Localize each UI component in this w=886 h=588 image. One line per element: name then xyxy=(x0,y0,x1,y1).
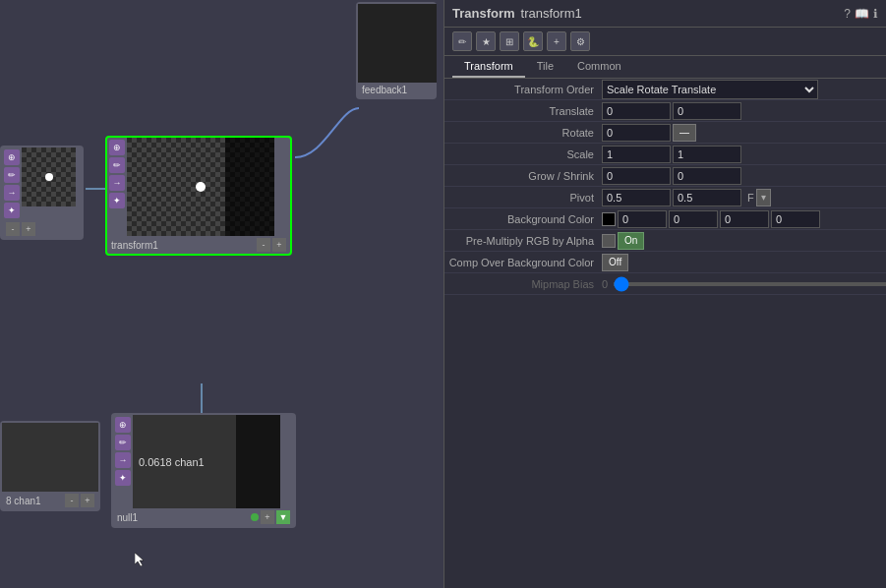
null1-green-dot xyxy=(251,513,259,521)
tab-common[interactable]: Common xyxy=(565,56,633,78)
panel-title: Transform xyxy=(452,6,515,21)
t1-side-icon-4[interactable]: ✦ xyxy=(109,193,125,208)
scale-y[interactable] xyxy=(673,146,741,163)
tab-transform[interactable]: Transform xyxy=(452,56,525,78)
chan1-node[interactable]: 8 chan1 - + xyxy=(0,421,100,511)
n1-side-icon-2[interactable]: ✏ xyxy=(115,435,131,450)
scale-row: Scale xyxy=(444,144,886,165)
transform1-node[interactable]: ⊕ ✏ → ✦ transform1 - + xyxy=(105,136,292,256)
left-side-icon-2[interactable]: ✏ xyxy=(4,167,20,183)
bg-g[interactable] xyxy=(669,210,718,228)
left-node-inner: ⊕ ✏ → ✦ xyxy=(2,147,82,220)
bg-color-swatch[interactable] xyxy=(602,212,616,226)
feedback1-node[interactable]: feedback1 xyxy=(356,2,437,99)
scale-x[interactable] xyxy=(602,146,671,163)
comp-over-row: Comp Over Background Color Off xyxy=(444,252,886,273)
background-color-label: Background Color xyxy=(444,213,602,225)
chan1-controls: - + xyxy=(65,494,94,507)
panel-node-name: transform1 xyxy=(521,6,582,21)
null1-inner: ⊕ ✏ → ✦ 0.0618 chan1 xyxy=(113,415,294,508)
left-node[interactable]: ⊕ ✏ → ✦ - + xyxy=(0,146,84,240)
n1-btn1[interactable]: + xyxy=(261,510,274,524)
t1-btn1[interactable]: - xyxy=(257,238,270,252)
panel-header: Transform transform1 ? 📖 ℹ xyxy=(444,0,886,28)
feedback1-preview xyxy=(358,4,437,83)
info-icon[interactable]: ℹ xyxy=(873,7,878,21)
toolbar-pencil[interactable]: ✏ xyxy=(452,31,472,51)
transform1-side-icons: ⊕ ✏ → ✦ xyxy=(107,138,127,236)
toolbar-python[interactable]: 🐍 xyxy=(523,31,543,51)
left-node-controls: - + xyxy=(6,222,35,236)
node-editor: ⊕ ✏ → ✦ - + ⊕ ✏ xyxy=(0,0,443,588)
n1-side-icon-3[interactable]: → xyxy=(115,452,131,468)
left-node-btn2[interactable]: + xyxy=(22,222,35,236)
toolbar-star[interactable]: ★ xyxy=(476,31,496,51)
pivot-f-btn[interactable]: ▾ xyxy=(756,189,771,206)
t1-side-icon-3[interactable]: → xyxy=(109,175,125,191)
transform1-dot xyxy=(196,182,206,192)
bg-r[interactable] xyxy=(618,210,667,228)
n1-arrow-down[interactable]: ▼ xyxy=(276,510,290,524)
null1-footer: null1 + ▼ xyxy=(113,508,294,526)
panel-icons: ? 📖 ℹ xyxy=(844,7,878,21)
toolbar-plus[interactable]: + xyxy=(547,31,566,51)
chan1-btn1[interactable]: - xyxy=(65,494,79,507)
chan1-btn2[interactable]: + xyxy=(81,494,94,507)
left-side-icon-4[interactable]: ✦ xyxy=(4,203,20,218)
n1-side-icon-1[interactable]: ⊕ xyxy=(115,417,131,433)
feedback1-label: feedback1 xyxy=(362,85,407,95)
translate-x[interactable] xyxy=(602,102,671,120)
tab-tile[interactable]: Tile xyxy=(525,56,565,78)
left-side-icon-1[interactable]: ⊕ xyxy=(4,149,20,165)
translate-label: Translate xyxy=(444,105,602,117)
panel-toolbar: ✏ ★ ⊞ 🐍 + ⚙ xyxy=(444,28,886,56)
grow-y[interactable] xyxy=(673,167,741,185)
mipmap-row: Mipmap Bias 0 xyxy=(444,273,886,295)
mipmap-slider[interactable] xyxy=(614,282,886,286)
transform-order-row: Transform Order Scale Rotate Translate xyxy=(444,79,886,100)
toolbar-gear[interactable]: ⚙ xyxy=(570,31,590,51)
left-node-btn1[interactable]: - xyxy=(6,222,20,236)
toolbar-layers[interactable]: ⊞ xyxy=(500,31,519,51)
book-icon[interactable]: 📖 xyxy=(855,7,869,21)
pivot-y[interactable] xyxy=(673,189,741,206)
chan1-preview xyxy=(2,423,98,492)
feedback1-footer: feedback1 xyxy=(358,83,435,97)
rotate-toggle[interactable]: — xyxy=(673,124,696,142)
chan1-label: 8 chan1 xyxy=(6,496,41,506)
translate-value xyxy=(602,102,886,120)
premultiply-toggle[interactable]: On xyxy=(618,232,644,250)
rotate-input[interactable] xyxy=(602,124,671,142)
pivot-x[interactable] xyxy=(602,189,671,206)
null1-node[interactable]: ⊕ ✏ → ✦ 0.0618 chan1 null1 + ▼ xyxy=(111,413,296,528)
grow-x[interactable] xyxy=(602,167,671,185)
cursor xyxy=(135,553,147,566)
left-side-icon-3[interactable]: → xyxy=(4,185,20,201)
pivot-f-label: F xyxy=(743,192,754,204)
n1-side-icon-4[interactable]: ✦ xyxy=(115,470,131,486)
chan1-inner xyxy=(2,423,98,492)
bg-a[interactable] xyxy=(771,210,820,228)
translate-y[interactable] xyxy=(673,102,741,120)
scale-label: Scale xyxy=(444,148,602,160)
null1-label: null1 xyxy=(117,512,138,523)
t1-side-icon-1[interactable]: ⊕ xyxy=(109,140,125,155)
null1-dark-panel xyxy=(236,415,280,508)
pivot-label: Pivot xyxy=(444,192,602,204)
transform-order-select[interactable]: Scale Rotate Translate xyxy=(602,80,818,99)
t1-btn2[interactable]: + xyxy=(272,238,286,252)
null1-controls: + ▼ xyxy=(251,510,290,524)
left-node-preview xyxy=(22,147,76,206)
null1-preview: 0.0618 chan1 xyxy=(133,415,280,508)
mipmap-value: 0 xyxy=(602,278,886,290)
t1-side-icon-2[interactable]: ✏ xyxy=(109,157,125,173)
bg-b[interactable] xyxy=(720,210,769,228)
properties-panel: Transform transform1 ? 📖 ℹ ✏ ★ ⊞ 🐍 + ⚙ T… xyxy=(443,0,886,588)
scale-value xyxy=(602,146,886,163)
comp-over-value: Off xyxy=(602,254,886,271)
transform-order-value: Scale Rotate Translate xyxy=(602,80,886,99)
chan1-footer: 8 chan1 - + xyxy=(2,492,98,509)
svg-marker-0 xyxy=(135,553,144,566)
comp-over-toggle[interactable]: Off xyxy=(602,254,628,271)
question-icon[interactable]: ? xyxy=(844,7,851,21)
